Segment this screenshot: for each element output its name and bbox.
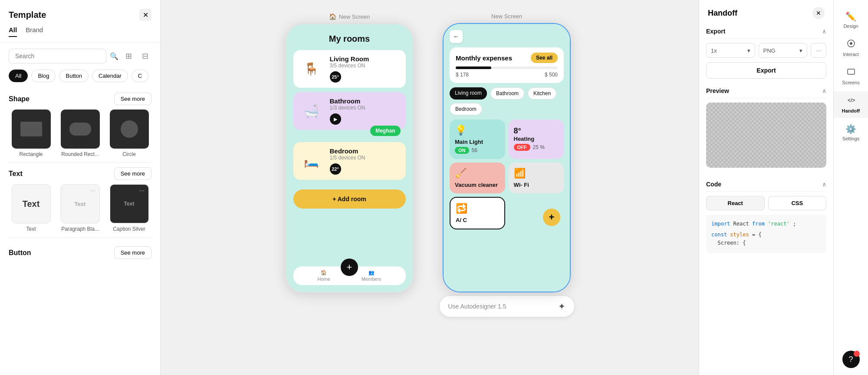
shape-rounded-label: Rounded Rect... xyxy=(61,151,99,157)
nav-screens[interactable]: Screens xyxy=(834,63,868,90)
shape-circle[interactable]: Circle xyxy=(107,110,151,157)
text-item-caption[interactable]: ··· Text Caption Silver xyxy=(107,184,151,232)
device-heating[interactable]: 8° Heating OFF 25 % xyxy=(509,119,564,159)
text-item-large[interactable]: Text Text xyxy=(9,184,53,232)
ac-icon: 🔁 xyxy=(456,203,499,214)
code-chevron[interactable]: ∧ xyxy=(822,181,826,188)
text-item-label-0: Text xyxy=(26,226,36,232)
filter-tags: All Blog Button Calendar C xyxy=(0,70,160,88)
filter-more[interactable]: C xyxy=(132,70,148,82)
add-device-button[interactable]: + xyxy=(543,209,560,226)
scale-select[interactable]: 1x ▾ xyxy=(706,43,755,58)
filter-living[interactable]: Living room xyxy=(450,87,487,100)
room-card-bathroom[interactable]: 🛁 Bathroom 1/3 devices ON ▶ Meghan xyxy=(293,92,406,130)
help-button[interactable]: ? xyxy=(842,351,860,368)
canvas-area: 🏠 New Screen My rooms 🪑 Living Room 3/5 … xyxy=(161,0,699,375)
room-card-living[interactable]: 🪑 Living Room 3/5 devices ON 25° xyxy=(293,50,406,88)
circle-preview xyxy=(121,120,138,138)
preview-area xyxy=(706,103,826,168)
light-icon: 💡 xyxy=(455,125,500,136)
screens-label: Screens xyxy=(842,80,859,85)
device-vacuum[interactable]: 🧹 Vacuum cleaner xyxy=(450,163,505,193)
wifi-name: Wi- Fi xyxy=(514,182,559,188)
button-section-title: Button xyxy=(9,249,31,257)
code-line-1: import React from 'react' ; xyxy=(711,220,821,228)
tab-brand[interactable]: Brand xyxy=(26,26,43,37)
nav-members[interactable]: 👥 Members xyxy=(362,270,381,282)
phone-nav: 🏠 Home + 👥 Members xyxy=(293,266,406,285)
expense-values: $ 178 $ 500 xyxy=(456,72,558,78)
design-icon: ✏️ xyxy=(845,11,856,22)
text-section-title: Text xyxy=(9,170,23,178)
text-see-more[interactable]: See more xyxy=(114,167,151,180)
code-line-2: const styles = { xyxy=(711,231,821,239)
code-tab-css[interactable]: CSS xyxy=(768,196,827,210)
nav-design[interactable]: ✏️ Design xyxy=(834,7,868,33)
filter-all[interactable]: All xyxy=(9,70,28,82)
filter-blog[interactable]: Blog xyxy=(31,70,56,82)
shape-rect-label: Rectangle xyxy=(19,151,43,157)
bathroom-devices: 1/3 devices ON xyxy=(330,105,401,111)
filter-bedroom[interactable]: Bedroom xyxy=(450,103,482,115)
panel-title: Template xyxy=(9,10,46,20)
filter-bathroom[interactable]: Bathroom xyxy=(490,87,524,100)
main-light-name: Main Light xyxy=(455,139,500,145)
code-tab-react[interactable]: React xyxy=(706,196,765,210)
far-right-nav: ✏️ Design Interact Screens </> Handoff ⚙… xyxy=(833,0,868,375)
export-button[interactable]: Export xyxy=(706,62,826,79)
device-ac[interactable]: 🔁 A/ C xyxy=(450,197,505,229)
text-item-paragraph[interactable]: ··· Text Paragraph Bla... xyxy=(58,184,102,232)
see-all-button[interactable]: See all xyxy=(531,53,558,63)
text-item-label-2: Caption Silver xyxy=(113,226,145,232)
svg-point-1 xyxy=(850,42,852,45)
format-select[interactable]: PNG ▾ xyxy=(759,43,808,58)
help-badge xyxy=(854,351,860,357)
filter-kitchen[interactable]: Kitchen xyxy=(528,87,556,100)
screens-icon xyxy=(847,67,855,78)
device-main-light[interactable]: 💡 Main Light ON 56 xyxy=(450,119,505,159)
shape-rounded-rect[interactable]: Rounded Rect... xyxy=(58,110,102,157)
nav-settings[interactable]: ⚙️ Settings xyxy=(834,119,868,146)
preview-chevron[interactable]: ∧ xyxy=(822,87,826,94)
shape-section: Shape See more Rectangle Rounded Rect...… xyxy=(0,88,160,163)
search-input[interactable] xyxy=(9,49,106,63)
handoff-title: Handoff xyxy=(708,9,737,18)
handoff-close-button[interactable]: ✕ xyxy=(812,7,825,19)
tab-all[interactable]: All xyxy=(9,26,17,37)
preview-inner xyxy=(706,103,826,168)
nav-interact[interactable]: Interact xyxy=(834,35,868,61)
nav-add-button[interactable]: + xyxy=(341,259,358,276)
shape-see-more[interactable]: See more xyxy=(114,93,151,105)
left-panel: Template ✕ All Brand 🔍 ⊞ ⊟ All Blog Butt… xyxy=(0,0,161,375)
shape-rectangle[interactable]: Rectangle xyxy=(9,110,53,157)
wifi-icon: 📶 xyxy=(514,168,559,179)
autodesigner-icon[interactable]: ✦ xyxy=(558,301,566,312)
autodesigner-bar: Use Autodesigner 1.5 ✦ xyxy=(440,296,574,317)
screen1-label-text: New Screen xyxy=(339,13,370,20)
filter-calendar[interactable]: Calendar xyxy=(92,70,128,82)
living-room-name: Living Room xyxy=(330,55,401,63)
nav-home[interactable]: 🏠 Home xyxy=(317,270,330,282)
shape-section-title: Shape xyxy=(9,95,30,103)
add-room-button[interactable]: + Add room xyxy=(293,189,406,209)
rounded-rect-preview xyxy=(69,123,91,136)
interact-icon xyxy=(847,39,855,50)
code-title: Code xyxy=(706,181,721,188)
bedroom-name: Bedroom xyxy=(330,147,401,155)
handoff-panel: Handoff ✕ Export ∧ 1x ▾ PNG ▾ ··· Export… xyxy=(699,0,833,375)
search-icon[interactable]: 🔍 xyxy=(110,52,118,60)
export-chevron[interactable]: ∧ xyxy=(822,28,826,35)
device-wifi[interactable]: 📶 Wi- Fi xyxy=(509,163,564,193)
nav-handoff[interactable]: </> Handoff xyxy=(834,91,868,118)
room-card-bedroom[interactable]: 🛏️ Bedroom 1/5 devices ON 22° xyxy=(293,142,406,180)
filter-button[interactable]: Button xyxy=(59,70,89,82)
grid-4-view[interactable]: ⊞ xyxy=(122,50,135,63)
avatar-meghan: Meghan xyxy=(370,126,400,136)
button-see-more[interactable]: See more xyxy=(114,246,151,259)
grid-2-view[interactable]: ⊟ xyxy=(138,50,151,63)
more-options-button[interactable]: ··· xyxy=(811,43,826,58)
handoff-header: Handoff ✕ xyxy=(699,0,833,24)
back-button[interactable]: ← xyxy=(450,30,463,43)
close-button[interactable]: ✕ xyxy=(139,9,151,21)
expense-card: Monthly expenses See all $ 178 $ 500 xyxy=(450,47,564,83)
